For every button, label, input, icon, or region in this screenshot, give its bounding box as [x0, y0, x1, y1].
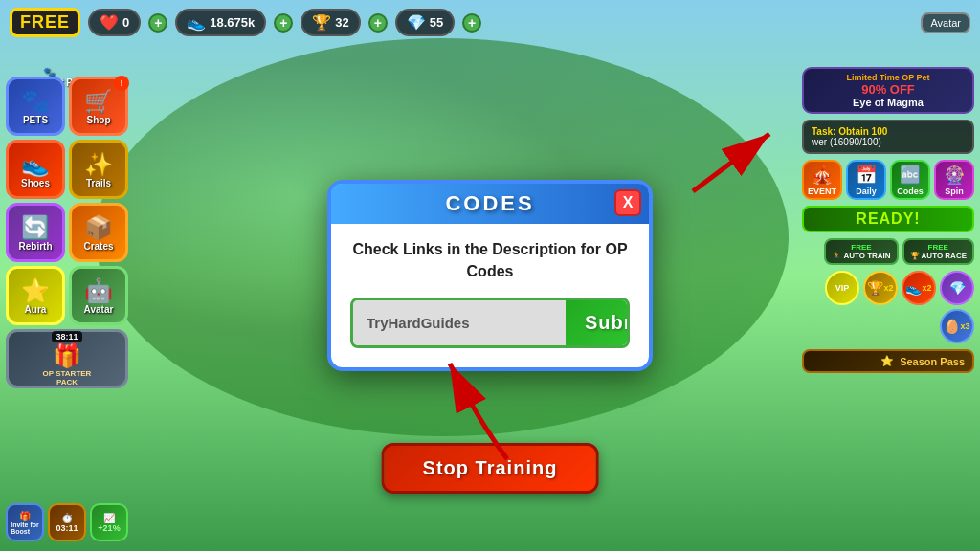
- codes-modal: CODES X Check Links in the Description f…: [327, 180, 653, 371]
- submit-button[interactable]: Submit: [566, 300, 630, 345]
- modal-header: CODES: [331, 184, 649, 224]
- modal-description: Check Links in the Description for OP Co…: [350, 239, 630, 282]
- modal-overlay: CODES X Check Links in the Description f…: [0, 0, 980, 551]
- code-input[interactable]: [353, 300, 566, 345]
- modal-input-row: Submit: [350, 298, 630, 348]
- modal-close-button[interactable]: X: [614, 189, 641, 216]
- modal-body: Check Links in the Description for OP Co…: [331, 224, 649, 367]
